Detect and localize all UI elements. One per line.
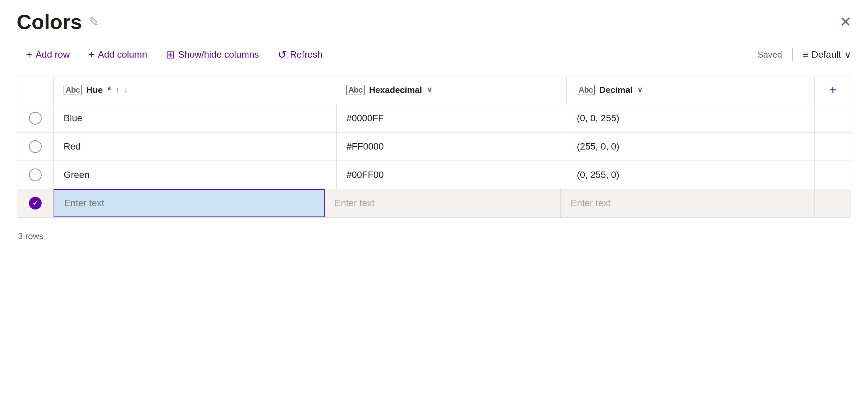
refresh-icon: ↺ [278, 48, 287, 61]
title-area: Colors ✎ [17, 10, 99, 34]
hex-col-icon: Abc [346, 85, 364, 95]
add-row-button[interactable]: + Add row [17, 44, 79, 66]
table-row: Red #FF0000 (255, 0, 0) [17, 133, 851, 161]
hue-col-label: Hue [86, 85, 102, 95]
close-icon[interactable]: ✕ [840, 15, 851, 29]
selector-header [17, 76, 54, 104]
plus-icon-2: + [88, 49, 95, 61]
add-column-button[interactable]: + Add column [79, 44, 156, 66]
data-table: Abc Hue * ↑ ↓ Abc Hexadecimal ∨ Abc Deci… [17, 76, 851, 218]
radio-circle-2[interactable] [29, 140, 42, 153]
new-row-hue-input-cell[interactable] [54, 189, 324, 217]
row-count: 3 rows [17, 231, 851, 241]
new-row-selector[interactable] [17, 189, 54, 217]
row-2-hue: Red [54, 133, 337, 161]
decimal-col-icon: Abc [577, 85, 595, 95]
hex-placeholder-text: Enter text [335, 198, 375, 208]
hue-col-icon: Abc [64, 85, 82, 95]
radio-filled[interactable] [29, 197, 42, 209]
new-row-hex-placeholder[interactable]: Enter text [324, 189, 561, 217]
row-2-spacer [814, 133, 851, 161]
default-button[interactable]: ≡ Default ∨ [803, 49, 851, 60]
new-row-spacer [814, 189, 851, 217]
row-1-decimal: (0, 0, 255) [567, 104, 814, 132]
toolbar: + Add row + Add column ⊞ Show/hide colum… [17, 43, 851, 66]
show-hide-button[interactable]: ⊞ Show/hide columns [156, 43, 268, 66]
edit-icon[interactable]: ✎ [89, 14, 99, 29]
row-2-decimal: (255, 0, 0) [567, 133, 814, 161]
saved-label: Saved [757, 50, 782, 60]
hue-text-input[interactable] [54, 191, 324, 215]
row-3-spacer [814, 161, 851, 189]
toolbar-divider [792, 48, 793, 61]
row-1-hex: #0000FF [337, 104, 567, 132]
row-3-selector[interactable] [17, 161, 54, 189]
required-star: * [107, 85, 111, 95]
row-1-spacer [814, 104, 851, 132]
radio-circle-3[interactable] [29, 169, 42, 181]
decimal-dropdown-icon[interactable]: ∨ [637, 86, 643, 94]
sort-desc-icon[interactable]: ↓ [124, 86, 127, 94]
hamburger-icon: ≡ [803, 49, 808, 60]
decimal-col-label: Decimal [599, 85, 632, 95]
column-header-hue[interactable]: Abc Hue * ↑ ↓ [54, 76, 336, 104]
grid-icon: ⊞ [166, 48, 175, 61]
row-1-hue: Blue [54, 104, 337, 132]
table-row: Blue #0000FF (0, 0, 255) [17, 104, 851, 133]
add-column-header-button[interactable]: + [814, 76, 851, 104]
decimal-placeholder-text: Enter text [571, 198, 611, 208]
chevron-down-icon: ∨ [844, 49, 851, 60]
row-3-decimal: (0, 255, 0) [567, 161, 814, 189]
toolbar-right: Saved ≡ Default ∨ [757, 48, 851, 61]
refresh-button[interactable]: ↺ Refresh [268, 43, 332, 66]
header-row: Colors ✎ ✕ [17, 10, 851, 34]
show-hide-label: Show/hide columns [178, 49, 259, 60]
plus-icon: + [26, 49, 32, 61]
row-2-hex: #FF0000 [337, 133, 567, 161]
add-row-label: Add row [36, 49, 70, 60]
refresh-label: Refresh [290, 49, 322, 60]
row-1-selector[interactable] [17, 104, 54, 132]
column-header-hexadecimal[interactable]: Abc Hexadecimal ∨ [336, 76, 567, 104]
column-header-decimal[interactable]: Abc Decimal ∨ [567, 76, 814, 104]
default-label: Default [811, 49, 841, 60]
add-column-label: Add column [98, 49, 147, 60]
sort-asc-icon[interactable]: ↑ [116, 86, 119, 94]
app-container: Colors ✎ ✕ + Add row + Add column ⊞ Show… [0, 0, 868, 407]
row-2-selector[interactable] [17, 133, 54, 161]
table-header: Abc Hue * ↑ ↓ Abc Hexadecimal ∨ Abc Deci… [17, 76, 851, 104]
row-3-hex: #00FF00 [337, 161, 567, 189]
new-row: Enter text Enter text [17, 189, 851, 217]
row-3-hue: Green [54, 161, 337, 189]
hex-dropdown-icon[interactable]: ∨ [427, 86, 432, 94]
new-row-decimal-placeholder[interactable]: Enter text [561, 189, 814, 217]
table-row: Green #00FF00 (0, 255, 0) [17, 161, 851, 189]
hex-col-label: Hexadecimal [369, 85, 422, 95]
page-title: Colors [17, 10, 82, 34]
radio-circle-1[interactable] [29, 112, 42, 124]
